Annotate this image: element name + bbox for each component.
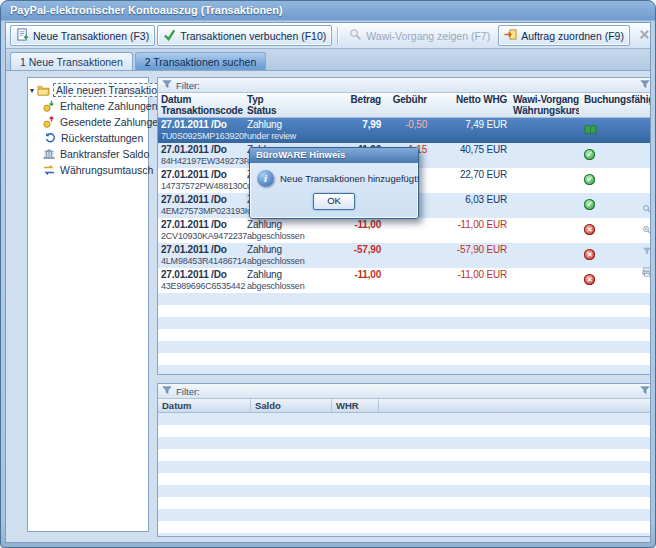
tree-item-erhaltene-zahlungen[interactable]: Erhaltene Zahlungen xyxy=(30,98,146,114)
transaction-wawi xyxy=(513,143,579,156)
column-header-saldo[interactable]: Saldo xyxy=(251,399,332,412)
toolbar-separator xyxy=(337,27,338,44)
transaction-wawi xyxy=(513,243,579,256)
bookable-blocked-icon xyxy=(584,249,595,260)
tree-item-gesendete-zahlungen[interactable]: Gesendete Zahlungen xyxy=(30,114,146,130)
transaction-date: 27.01.2011 /Do xyxy=(161,243,247,256)
post-transactions-icon xyxy=(163,28,176,43)
post-transactions-button[interactable]: Transaktionen verbuchen (F10) xyxy=(157,25,332,46)
tree-item-label: Banktransfer Saldo xyxy=(58,148,151,160)
print-icon[interactable] xyxy=(642,263,650,281)
tree-item-banktransfer-saldo[interactable]: Banktransfer Saldo xyxy=(30,146,146,162)
zoom-in-icon[interactable] xyxy=(642,221,650,239)
transaction-status: abgeschlossen xyxy=(247,256,323,268)
new-transactions-button[interactable]: Neue Transaktionen (F3) xyxy=(10,25,155,46)
transaction-code: 7U0S0925MP163920N xyxy=(161,131,247,143)
transaction-code: 2CV10930KA9472237 xyxy=(161,231,247,243)
tab-neue-transaktionen[interactable]: 1 Neue Transaktionen xyxy=(10,52,133,70)
empty-rows-area xyxy=(158,293,650,374)
window-titlebar[interactable]: PayPal-elektronischer Kontoauszug (Trans… xyxy=(1,1,655,21)
dialog-message: Neue Transaktionen hinzugefügt! xyxy=(280,170,419,184)
bookable-check-icon xyxy=(584,199,595,210)
column-label: Betrag xyxy=(323,94,381,105)
tree-item-alle-neuen-transaktionen[interactable]: ▾ Alle neuen Transaktionen xyxy=(30,82,146,98)
transaction-net: -57,90 EUR xyxy=(427,243,507,256)
dialog-title: BüroWARE Hinweis xyxy=(256,149,345,160)
received-payments-icon xyxy=(43,100,55,112)
search-icon[interactable] xyxy=(642,200,650,218)
filter-funnel-icon[interactable] xyxy=(162,385,172,397)
tab-neue-transaktionen-label: 1 Neue Transaktionen xyxy=(20,56,123,68)
category-tree: ▾ Alle neuen Transaktionen Erhaltene Zah… xyxy=(27,77,149,532)
transaction-row[interactable]: 27.01.2011 /Do7U0S0925MP163920N Zahlungu… xyxy=(158,118,650,143)
transaction-net: 40,75 EUR xyxy=(427,143,507,156)
saldo-filter-row: Filter: xyxy=(158,384,650,399)
transaction-date: 27.01.2011 /Do xyxy=(161,218,247,231)
transaction-type: Zahlung xyxy=(247,218,323,231)
dialog-titlebar[interactable]: BüroWARE Hinweis xyxy=(250,148,418,163)
show-wawi-process-icon xyxy=(349,28,362,43)
filter-funnel-icon[interactable] xyxy=(640,385,650,397)
filter-funnel-icon[interactable] xyxy=(162,79,172,91)
transaction-wawi xyxy=(513,268,579,281)
assign-order-label: Auftrag zuordnen (F9) xyxy=(521,30,624,42)
transaction-wawi xyxy=(513,193,579,206)
column-label: Währungskurs xyxy=(513,105,579,116)
tree-item-label: Erhaltene Zahlungen xyxy=(58,100,160,112)
tab-strip: 1 Neue Transaktionen 2 Transaktionen suc… xyxy=(6,49,650,71)
tree-item-label: Rückerstattungen xyxy=(59,132,145,144)
filter-funnel-icon[interactable] xyxy=(640,79,650,91)
transaction-row[interactable]: 27.01.2011 /Do2CV10930KA9472237 Zahlunga… xyxy=(158,218,650,243)
transaction-code: 4LM98453R41486714 xyxy=(161,256,247,268)
transaction-status: under review xyxy=(247,131,323,143)
column-label: Wawi-Vorgang xyxy=(513,94,579,105)
transaction-row[interactable]: 27.01.2011 /Do4LM98453R41486714 Zahlunga… xyxy=(158,243,650,268)
filter-label: Filter: xyxy=(176,386,200,397)
transaction-row[interactable]: 27.01.2011 /Do43E989696C6535442 Zahlunga… xyxy=(158,268,650,293)
dialog-body: i Neue Transaktionen hinzugefügt! xyxy=(250,163,418,187)
column-label: Typ xyxy=(247,94,323,105)
filter-funnel-icon[interactable] xyxy=(642,242,650,260)
bookable-check-icon xyxy=(584,174,595,185)
transactions-table-header: Datum Transaktionscode Typ Status Betrag xyxy=(158,93,650,118)
column-header-wawi-vorgang[interactable]: Wawi-Vorgang Währungskurs xyxy=(507,93,579,117)
transaction-type: Zahlung xyxy=(247,268,323,281)
transaction-code: 84H42197EW349273P xyxy=(161,156,247,168)
transactions-table-panel: Filter: Datum Transaktionscode Typ xyxy=(157,77,650,375)
currency-exchange-icon xyxy=(43,164,55,176)
transaction-amount: -57,90 xyxy=(323,243,381,256)
delete-order-assignment-button[interactable]: Löschen Zuordnung Auftrag (F4) xyxy=(632,25,651,46)
assign-order-button[interactable]: Auftrag zuordnen (F9) xyxy=(498,25,630,46)
bank-transfer-icon xyxy=(43,148,55,160)
column-header-whr[interactable]: WHR xyxy=(332,399,379,412)
column-header-gebuehr[interactable]: Gebühr xyxy=(381,93,427,117)
column-header-datum[interactable]: Datum xyxy=(158,399,251,412)
tree-item-waehrungsumtausch[interactable]: Währungsumtausch xyxy=(30,162,146,178)
column-header-betrag[interactable]: Betrag xyxy=(323,93,381,117)
transaction-code: 4EM27573MP023193K xyxy=(161,206,247,218)
transaction-wawi xyxy=(513,218,579,231)
tree-expander-icon[interactable]: ▾ xyxy=(30,86,34,95)
column-header-datum[interactable]: Datum Transaktionscode xyxy=(158,93,247,117)
saldo-table-panel: Filter: Datum Saldo WHR xyxy=(157,383,650,537)
info-icon: i xyxy=(257,170,274,187)
transaction-amount: -11,00 xyxy=(323,218,381,231)
bookable-check-icon xyxy=(584,149,595,160)
transaction-fee xyxy=(381,243,427,256)
transaction-fee xyxy=(381,268,427,281)
show-wawi-process-label: Wawi-Vorgang zeigen (F7) xyxy=(366,30,490,42)
table-side-toolbar xyxy=(642,200,650,281)
ok-button[interactable]: OK xyxy=(313,193,355,210)
tree-item-rueckerstattungen[interactable]: Rückerstattungen xyxy=(30,130,146,146)
saldo-empty-rows-area xyxy=(158,413,650,536)
column-header-netto-whg[interactable]: Netto WHG xyxy=(427,93,507,117)
column-header-typ[interactable]: Typ Status xyxy=(247,93,323,117)
tab-transaktionen-suchen[interactable]: 2 Transaktionen suchen xyxy=(135,52,267,70)
transaction-date: 27.01.2011 /Do xyxy=(161,268,247,281)
sent-payments-icon xyxy=(43,116,55,128)
transaction-date: 27.01.2011 /Do xyxy=(161,168,247,181)
tab-transaktionen-suchen-label: 2 Transaktionen suchen xyxy=(145,56,257,68)
column-header-buchungsfaehig[interactable]: Buchungsfähig xyxy=(579,93,650,117)
column-header-empty xyxy=(379,399,650,412)
show-wawi-process-button[interactable]: Wawi-Vorgang zeigen (F7) xyxy=(343,25,496,46)
